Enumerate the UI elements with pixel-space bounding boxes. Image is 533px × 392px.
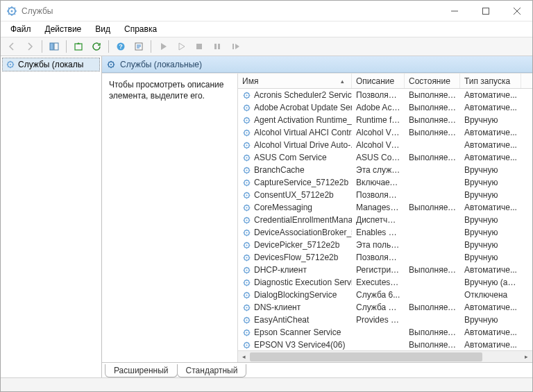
start-service-alt-button[interactable]	[173, 39, 189, 54]
service-row[interactable]: Epson Scanner ServiceВыполняетсяАвтомати…	[238, 326, 532, 339]
svg-rect-8	[75, 44, 82, 50]
service-start-cell: Вручную	[460, 165, 521, 175]
service-list-body[interactable]: Acronis Scheduler2 ServiceПозволяет...Вы…	[238, 89, 532, 350]
service-row[interactable]: Diagnostic Execution ServiceExecutes di.…	[238, 276, 532, 289]
svg-rect-15	[196, 44, 202, 49]
service-name-cell: Agent Activation Runtime_...	[238, 115, 352, 125]
svg-rect-16	[214, 44, 217, 49]
scroll-right-icon[interactable]: ▸	[521, 351, 532, 363]
service-start-cell: Вручную	[460, 215, 521, 225]
service-name-cell: EasyAntiCheat	[238, 315, 352, 325]
menu-help[interactable]: Справка	[117, 23, 164, 35]
service-desc-cell: Manages c...	[352, 203, 405, 212]
svg-point-50	[246, 257, 248, 258]
service-name-text: DHCP-клиент	[254, 265, 307, 275]
gear-icon	[242, 303, 251, 312]
service-start-cell: Вручную	[460, 315, 521, 325]
service-row[interactable]: DeviceAssociationBroker_57...Enables ap.…	[238, 226, 532, 239]
horizontal-scrollbar[interactable]: ◂ ▸	[238, 350, 532, 362]
tree-item-services-local[interactable]: Службы (локалы	[2, 58, 100, 71]
svg-point-58	[246, 307, 248, 308]
column-header-state[interactable]: Состояние	[405, 74, 460, 88]
service-start-cell: Автоматиче...	[460, 103, 521, 112]
svg-point-24	[246, 94, 248, 96]
service-name-text: Acronis Scheduler2 Service	[254, 90, 352, 100]
svg-point-22	[110, 63, 112, 65]
column-header-desc[interactable]: Описание	[352, 74, 405, 88]
start-service-button[interactable]	[155, 39, 171, 54]
service-start-cell: Вручную	[460, 240, 521, 250]
maximize-button[interactable]	[470, 1, 501, 22]
toolbar-separator	[108, 40, 109, 53]
service-row[interactable]: CoreMessagingManages c...ВыполняетсяАвто…	[238, 201, 532, 214]
service-row[interactable]: Agent Activation Runtime_...Runtime fo..…	[238, 114, 532, 126]
help-button[interactable]: ?	[112, 39, 129, 54]
service-row[interactable]: Alcohol Virtual Drive Auto-...Alcohol Vi…	[238, 139, 532, 151]
service-row[interactable]: Adobe Acrobat Update Serv...Adobe Acr...…	[238, 101, 532, 114]
tab-standard[interactable]: Стандартный	[177, 364, 247, 377]
service-start-cell: Вручную	[460, 190, 521, 200]
service-row[interactable]: DialogBlockingServiceСлужба 6...Отключен…	[238, 289, 532, 301]
gear-icon	[242, 128, 251, 137]
list-header: Имя ▴ Описание Состояние Тип запуска	[238, 74, 532, 89]
service-row[interactable]: ConsentUX_5712e2bПозволяет...Вручную	[238, 189, 532, 201]
service-row[interactable]: CredentialEnrollmentMana...Диспетчер...В…	[238, 214, 532, 226]
service-row[interactable]: DevicesFlow_5712e2bПозволяет...Вручную	[238, 251, 532, 264]
svg-point-56	[246, 294, 248, 296]
service-row[interactable]: DNS-клиентСлужба D...ВыполняетсяАвтомати…	[238, 301, 532, 314]
export-list-button[interactable]	[70, 39, 87, 54]
service-state-cell: Выполняется	[405, 115, 460, 125]
scroll-thumb[interactable]	[250, 352, 482, 361]
service-row[interactable]: BranchCacheЭта служб...Вручную	[238, 164, 532, 176]
tab-extended[interactable]: Расширенный	[105, 364, 178, 377]
view-tabs: Расширенный Стандартный	[102, 362, 532, 377]
service-row[interactable]: EPSON V3 Service4(06)ВыполняетсяАвтомати…	[238, 339, 532, 350]
scroll-left-icon[interactable]: ◂	[238, 351, 250, 363]
service-name-text: DeviceAssociationBroker_57...	[254, 228, 352, 237]
scroll-track[interactable]	[250, 351, 521, 363]
close-button[interactable]	[501, 1, 532, 22]
svg-rect-3	[482, 8, 489, 14]
service-start-cell: Автоматиче...	[460, 90, 521, 100]
svg-point-40	[246, 194, 248, 196]
restart-service-button[interactable]	[227, 39, 244, 54]
refresh-button[interactable]	[88, 39, 105, 54]
column-header-start[interactable]: Тип запуска	[460, 74, 521, 88]
service-row[interactable]: DHCP-клиентРегистрир...ВыполняетсяАвтома…	[238, 264, 532, 276]
service-row[interactable]: DevicePicker_5712e2bЭта польз...Вручную	[238, 239, 532, 251]
show-hide-tree-button[interactable]	[46, 39, 62, 54]
nav-back-button[interactable]	[3, 39, 20, 54]
nav-forward-button[interactable]	[22, 39, 38, 54]
service-name-text: ASUS Com Service	[254, 153, 327, 162]
pause-service-button[interactable]	[209, 39, 226, 54]
menu-file[interactable]: Файл	[3, 23, 38, 35]
service-row[interactable]: Acronis Scheduler2 ServiceПозволяет...Вы…	[238, 89, 532, 101]
minimize-button[interactable]	[439, 1, 470, 22]
gear-icon	[6, 60, 15, 69]
service-name-text: DevicesFlow_5712e2b	[254, 253, 338, 262]
svg-point-44	[246, 219, 248, 221]
service-state-cell: Выполняется	[405, 327, 460, 337]
svg-point-36	[246, 169, 248, 171]
properties-button[interactable]	[130, 39, 147, 54]
tree-pane: Службы (локалы	[1, 56, 102, 377]
menu-view[interactable]: Вид	[88, 23, 117, 35]
service-row[interactable]: CaptureService_5712e2bВключает ...Вручну…	[238, 176, 532, 189]
svg-point-28	[246, 119, 248, 121]
service-state-cell: Выполняется	[405, 103, 460, 112]
service-desc-cell: Alcohol Vir...	[352, 140, 405, 150]
menu-action[interactable]: Действие	[38, 23, 89, 35]
service-name-text: DevicePicker_5712e2b	[254, 240, 339, 250]
service-name-text: Adobe Acrobat Update Serv...	[254, 103, 352, 112]
service-name-cell: DevicePicker_5712e2b	[238, 240, 352, 250]
service-start-cell: Вручную	[460, 115, 521, 125]
service-row[interactable]: EasyAntiCheatProvides in...Вручную	[238, 314, 532, 326]
service-name-cell: CaptureService_5712e2b	[238, 178, 352, 187]
stop-service-button[interactable]	[191, 39, 208, 54]
column-header-name[interactable]: Имя ▴	[238, 74, 352, 88]
service-name-cell: Alcohol Virtual Drive Auto-...	[238, 140, 352, 150]
service-start-cell: Автоматиче...	[460, 265, 521, 275]
service-row[interactable]: ASUS Com ServiceASUS Com...ВыполняетсяАв…	[238, 151, 532, 164]
service-desc-cell: Позволяет...	[352, 90, 405, 100]
service-row[interactable]: Alcohol Virtual AHCI Contr...Alcohol Vir…	[238, 126, 532, 139]
